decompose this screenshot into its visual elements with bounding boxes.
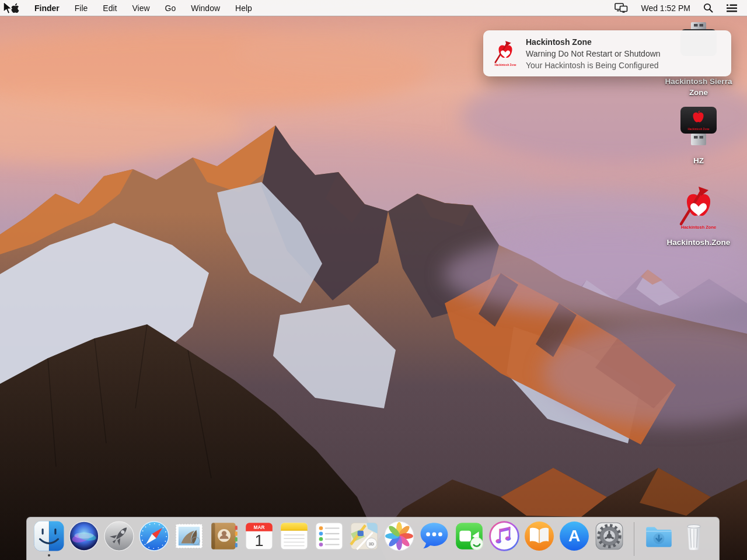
dock-item-facetime[interactable]	[453, 520, 485, 552]
mouse-cursor	[2, 1, 15, 15]
dock-item-photos[interactable]	[383, 520, 415, 552]
menu-bar: Finder File Edit View Go Window Help Wed…	[0, 0, 747, 16]
usb-drive-icon: Hackintosh Zone	[679, 106, 718, 148]
dock: MAR 1	[26, 517, 720, 560]
desktop-screen: Finder File Edit View Go Window Help Wed…	[0, 0, 747, 560]
calendar-month-label: MAR	[254, 524, 265, 530]
dock-divider	[634, 522, 634, 556]
dock-item-maps[interactable]: 3D	[348, 520, 380, 552]
dock-item-siri[interactable]	[68, 520, 100, 552]
menu-item-window[interactable]: Window	[191, 4, 220, 13]
dock-item-notes[interactable]	[278, 520, 310, 552]
maps-icon: 3D	[348, 520, 380, 552]
menu-bar-clock[interactable]: Wed 1:52 PM	[641, 4, 690, 13]
dock-item-mail[interactable]	[173, 520, 205, 552]
desktop-icon-hackintosh-zone-app[interactable]: Hackintosh Zone Hackintosh.Zone	[655, 184, 742, 248]
hackintosh-zone-logo-icon: Hackintosh Zone	[675, 184, 722, 233]
dock-item-itunes[interactable]	[488, 520, 520, 552]
desktop-icon-label: Hackintosh.Zone	[667, 237, 731, 248]
dock-item-calendar[interactable]: MAR 1	[243, 520, 275, 552]
notification-center-icon	[726, 4, 738, 13]
spotlight-menu-extra[interactable]	[703, 3, 713, 13]
dock-item-launchpad[interactable]	[103, 520, 135, 552]
notes-icon	[278, 520, 310, 552]
hackintosh-zone-icon: Hackintosh Zone	[492, 39, 519, 68]
messages-icon	[418, 520, 450, 552]
dock-item-safari[interactable]	[138, 520, 170, 552]
app-store-icon: A	[558, 520, 590, 552]
notification-icon-caption: Hackintosh Zone	[494, 63, 516, 66]
mail-icon	[173, 520, 205, 552]
calendar-icon: MAR 1	[243, 520, 275, 552]
dock-item-finder[interactable]	[33, 520, 65, 552]
downloads-folder-icon	[643, 520, 675, 552]
desktop-icon-hz[interactable]: Hackintosh Zone HZ	[655, 106, 742, 166]
dock-item-contacts[interactable]	[208, 520, 240, 552]
dock-item-messages[interactable]	[418, 520, 450, 552]
calendar-day-label: 1	[254, 532, 263, 550]
app-store-letter: A	[568, 527, 580, 545]
notification-title: Hackintosh Zone	[526, 36, 661, 48]
itunes-icon	[488, 520, 520, 552]
system-preferences-icon	[594, 520, 625, 552]
notification-message-line1: Warning Do Not Restart or Shutdown	[526, 48, 661, 60]
finder-running-indicator	[48, 554, 50, 556]
menu-item-file[interactable]: File	[75, 4, 88, 13]
facetime-icon	[453, 520, 485, 552]
dock-item-system-preferences[interactable]	[594, 520, 625, 552]
menu-item-edit[interactable]: Edit	[103, 4, 117, 13]
notification-center-menu-extra[interactable]	[726, 4, 738, 13]
dock-item-reminders[interactable]	[313, 520, 345, 552]
photos-icon	[383, 520, 415, 552]
desktop-icon-label: HZ	[693, 155, 704, 166]
contacts-icon	[208, 520, 240, 552]
search-icon	[703, 3, 713, 13]
notification-message-line2: Your Hackintosh is Being Configured	[526, 60, 661, 71]
menu-app-name[interactable]: Finder	[34, 4, 60, 13]
usb-caption: Hackintosh Zone	[687, 128, 709, 131]
safari-icon	[138, 520, 170, 552]
finder-icon	[33, 520, 65, 552]
menu-item-view[interactable]: View	[132, 4, 149, 13]
siri-icon	[68, 520, 100, 552]
dock-item-app-store[interactable]: A	[558, 520, 590, 552]
notification-banner[interactable]: Hackintosh Zone Hackintosh Zone Warning …	[483, 30, 731, 76]
display-mirroring-icon	[615, 3, 628, 13]
desktop-icon-label: Hackintosh Sierra Zone	[660, 76, 737, 98]
sierra-mountain-wallpaper	[0, 0, 747, 560]
logo-caption: Hackintosh Zone	[681, 225, 716, 230]
reminders-icon	[313, 520, 345, 552]
maps-3d-badge: 3D	[369, 541, 374, 547]
display-mirroring-menu-extra[interactable]	[615, 3, 628, 13]
launchpad-icon	[103, 520, 135, 552]
dock-item-ibooks[interactable]	[523, 520, 555, 552]
menu-item-help[interactable]: Help	[235, 4, 252, 13]
trash-icon	[678, 520, 710, 552]
dock-item-trash[interactable]	[678, 520, 710, 552]
ibooks-icon	[523, 520, 555, 552]
menu-item-go[interactable]: Go	[165, 4, 176, 13]
dock-item-downloads[interactable]	[643, 520, 675, 552]
